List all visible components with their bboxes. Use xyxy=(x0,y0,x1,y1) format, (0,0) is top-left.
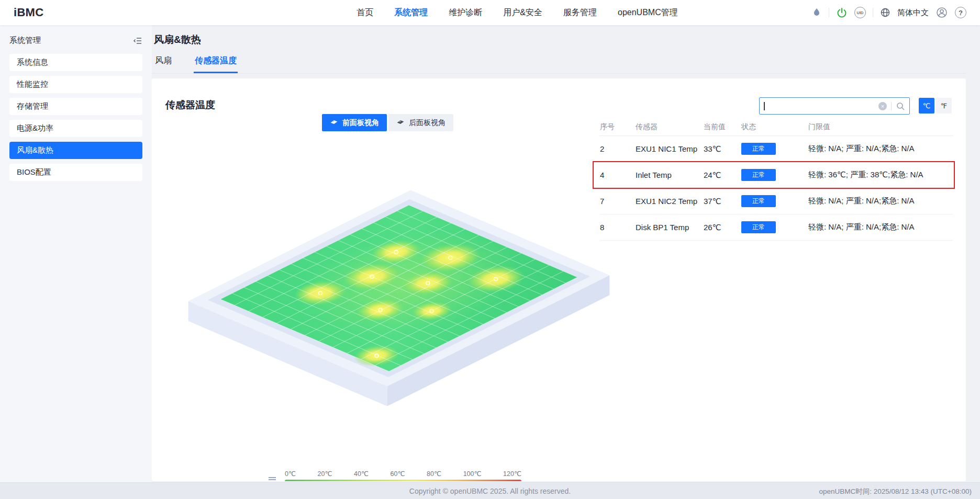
cell-status: 正常 xyxy=(741,221,808,233)
table-header: 序号 传感器 当前值 状态 门限值 xyxy=(600,118,953,136)
cell-status: 正常 xyxy=(741,169,808,181)
legend-gradient-bar xyxy=(285,480,521,481)
cell-threshold: 轻微: 36℃; 严重: 38℃;紧急: N/A xyxy=(808,170,953,180)
tab-fans[interactable]: 风扇 xyxy=(154,55,173,73)
celsius-button[interactable]: ℃ xyxy=(919,98,934,114)
cell-sensor: Disk BP1 Temp xyxy=(636,223,704,232)
divider xyxy=(873,8,873,17)
uid-indicator[interactable]: UID xyxy=(854,7,866,18)
cell-threshold: 轻微: N/A; 严重: N/A;紧急: N/A xyxy=(808,222,953,232)
legend-label: 60℃ xyxy=(391,470,405,478)
sidebar-item-label: 系统信息 xyxy=(17,58,48,67)
cell-value: 37℃ xyxy=(704,197,741,206)
nav-item-system-management[interactable]: 系统管理 xyxy=(394,7,428,18)
cell-sensor: EXU1 NIC1 Temp xyxy=(636,144,704,153)
status-badge: 正常 xyxy=(741,143,776,155)
divider xyxy=(891,102,892,110)
user-avatar-icon[interactable] xyxy=(936,6,948,19)
table-row[interactable]: 2 EXU1 NIC1 Temp 33℃ 正常 轻微: N/A; 严重: N/A… xyxy=(600,136,953,162)
column-header-index: 序号 xyxy=(600,122,636,132)
layers-icon[interactable] xyxy=(268,476,276,481)
navbar-tools: UID 简体中文 ? xyxy=(811,6,966,19)
sidebar: 系统管理 系统信息 性能监控 存储管理 电源&功率 风扇&散热 BIOS配置 xyxy=(0,25,152,482)
legend-label: 0℃ xyxy=(285,470,296,478)
fahrenheit-button[interactable]: ℉ xyxy=(936,98,952,114)
sidebar-item-bios[interactable]: BIOS配置 xyxy=(9,164,142,181)
cell-status: 正常 xyxy=(741,195,808,207)
sidebar-title: 系统管理 xyxy=(9,36,41,46)
table-row-highlighted[interactable]: 4 Inlet Temp 24℃ 正常 轻微: 36℃; 严重: 38℃;紧急:… xyxy=(600,162,953,188)
sidebar-item-performance[interactable]: 性能监控 xyxy=(9,76,142,93)
sidebar-item-fan-cooling[interactable]: 风扇&散热 xyxy=(9,142,142,159)
table-row[interactable]: 8 Disk BP1 Temp 26℃ 正常 轻微: N/A; 严重: N/A;… xyxy=(600,214,953,241)
column-header-threshold: 门限值 xyxy=(808,122,953,132)
sensor-search-box: × xyxy=(759,97,910,115)
cell-threshold: 轻微: N/A; 严重: N/A;紧急: N/A xyxy=(808,196,953,206)
brand-logo[interactable]: iBMC xyxy=(14,6,43,19)
front-panel-label: 前面板视角 xyxy=(342,118,379,128)
view-toggle: 前面板视角 后面板视角 xyxy=(322,114,453,131)
main-nav: 首页 系统管理 维护诊断 用户&安全 服务管理 openUBMC管理 xyxy=(357,7,677,18)
nav-item-service-management[interactable]: 服务管理 xyxy=(563,7,597,18)
language-globe-icon[interactable] xyxy=(880,7,890,18)
language-selector[interactable]: 简体中文 xyxy=(897,8,929,18)
system-time: openUBMC时间: 2025/08/12 13:43 (UTC+08:00) xyxy=(819,487,972,496)
cell-sensor: EXU1 NIC2 Temp xyxy=(636,197,704,206)
clear-icon[interactable]: × xyxy=(878,102,887,110)
status-badge: 正常 xyxy=(741,169,776,181)
search-icon[interactable] xyxy=(896,101,905,111)
sidebar-item-storage[interactable]: 存储管理 xyxy=(9,98,142,115)
cell-status: 正常 xyxy=(741,143,808,155)
temperature-legend: 0℃ 20℃ 40℃ 60℃ 80℃ 100℃ 120℃ xyxy=(268,470,521,481)
legend-label: 80℃ xyxy=(427,470,441,478)
search-input[interactable] xyxy=(767,102,879,110)
sensor-table: 序号 传感器 当前值 状态 门限值 2 EXU1 NIC1 Temp 33℃ 正… xyxy=(600,118,953,241)
front-panel-view-button[interactable]: 前面板视角 xyxy=(322,114,387,131)
tab-sensor-temperature[interactable]: 传感器温度 xyxy=(194,55,238,73)
power-icon[interactable] xyxy=(836,7,848,18)
nav-item-user-security[interactable]: 用户&安全 xyxy=(503,7,542,18)
help-glyph: ? xyxy=(959,9,963,17)
cell-value: 24℃ xyxy=(704,171,741,180)
rear-panel-label: 后面板视角 xyxy=(409,118,446,128)
main-content: 风扇&散热 风扇 传感器温度 传感器温度 前面板视角 xyxy=(152,25,980,482)
sidebar-item-label: 性能监控 xyxy=(17,80,48,89)
unit-toggle: ℃ ℉ xyxy=(919,98,952,114)
text-caret xyxy=(764,102,765,110)
nav-item-maintenance-diagnostics[interactable]: 维护诊断 xyxy=(449,7,482,18)
cell-index: 2 xyxy=(600,144,636,153)
legend-label: 40℃ xyxy=(354,470,369,478)
content-card: 传感器温度 前面板视角 后面板视角 xyxy=(152,78,966,481)
sidebar-item-label: 风扇&散热 xyxy=(17,145,53,155)
panel-title: 传感器温度 xyxy=(165,98,215,112)
nav-item-openubmc-management[interactable]: openUBMC管理 xyxy=(618,7,678,18)
column-header-status: 状态 xyxy=(741,122,808,132)
flame-icon[interactable] xyxy=(811,7,822,18)
top-navbar: iBMC 首页 系统管理 维护诊断 用户&安全 服务管理 openUBMC管理 … xyxy=(0,0,980,25)
sidebar-item-system-info[interactable]: 系统信息 xyxy=(9,54,142,71)
nav-item-home[interactable]: 首页 xyxy=(357,7,373,18)
front-panel-icon xyxy=(330,118,338,128)
rear-panel-view-button[interactable]: 后面板视角 xyxy=(388,114,453,131)
column-header-sensor: 传感器 xyxy=(636,122,704,132)
help-icon[interactable]: ? xyxy=(955,7,966,18)
table-row[interactable]: 7 EXU1 NIC2 Temp 37℃ 正常 轻微: N/A; 严重: N/A… xyxy=(600,188,953,214)
sidebar-item-label: BIOS配置 xyxy=(17,167,51,177)
footer: Copyright © openUBMC 2025. All rights re… xyxy=(0,482,980,499)
sidebar-item-label: 电源&功率 xyxy=(17,123,53,133)
legend-label: 20℃ xyxy=(318,470,332,478)
divider xyxy=(829,8,829,17)
tab-bar: 风扇 传感器温度 xyxy=(152,55,966,74)
menu-fold-icon[interactable] xyxy=(133,36,142,46)
legend-label: 100℃ xyxy=(463,470,482,478)
copyright-text: Copyright © openUBMC 2025. All rights re… xyxy=(409,487,571,495)
column-header-current-value: 当前值 xyxy=(704,122,741,132)
uid-label: UID xyxy=(857,10,864,15)
temperature-3d-chart[interactable] xyxy=(181,173,621,418)
cell-threshold: 轻微: N/A; 严重: N/A;紧急: N/A xyxy=(808,144,953,154)
status-badge: 正常 xyxy=(741,221,776,233)
rear-panel-icon xyxy=(396,118,405,128)
sidebar-item-power[interactable]: 电源&功率 xyxy=(9,120,142,137)
status-badge: 正常 xyxy=(741,195,776,207)
page-title: 风扇&散热 xyxy=(154,33,980,47)
